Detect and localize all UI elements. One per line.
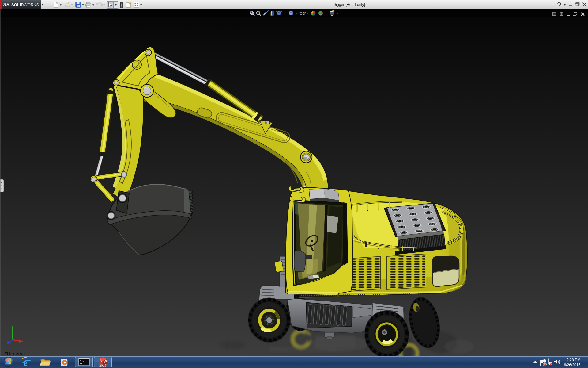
svg-text:2:28 PM: 2:28 PM [567,358,580,362]
svg-text:2015: 2015 [99,364,107,367]
svg-text:Digger [Read-only]: Digger [Read-only] [333,2,365,7]
svg-text:SOLIDWORKS: SOLIDWORKS [11,2,39,7]
svg-text:ЗS: ЗS [3,2,9,7]
svg-text:*Dimetric: *Dimetric [5,351,25,356]
svg-text:S: S [100,359,102,363]
svg-text:e: e [23,357,28,368]
svg-text:W: W [104,359,107,363]
svg-text:6/26/2015: 6/26/2015 [564,363,581,367]
svg-text:C:\: C:\ [80,360,84,362]
